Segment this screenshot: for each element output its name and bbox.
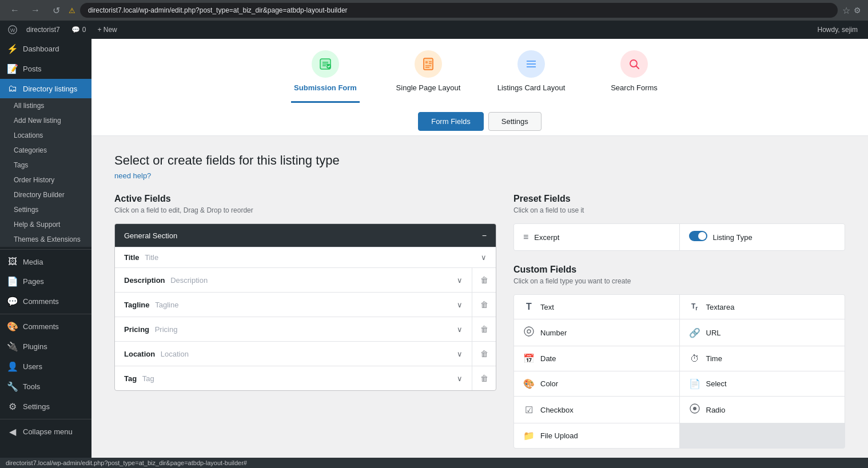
custom-item-url[interactable]: 🔗 URL <box>680 319 845 346</box>
extensions-icon[interactable]: ⚙ <box>854 6 861 15</box>
sidebar-label-comments: Comments <box>23 297 59 306</box>
field-tagline-content[interactable]: Tagline Tagline ∨ <box>115 295 472 315</box>
sidebar-item-appearance[interactable]: 🎨 Comments <box>0 317 91 337</box>
custom-item-textarea[interactable]: Tr Textarea <box>680 295 845 319</box>
sidebar-label-tools: Tools <box>23 382 40 391</box>
sidebar-item-settings[interactable]: ⚙ Settings <box>0 397 91 417</box>
custom-item-time[interactable]: ⏱ Time <box>680 346 845 371</box>
settings-icon: ⚙ <box>7 401 18 412</box>
pages-icon: 📄 <box>7 276 18 287</box>
sidebar-item-add-new-listing[interactable]: Add New listing <box>0 113 91 128</box>
field-row-location: Location Location ∨ 🗑 <box>115 341 496 366</box>
custom-item-radio[interactable]: Radio <box>680 397 845 423</box>
textarea-icon: Tr <box>689 302 700 311</box>
field-pricing-delete[interactable]: 🗑 <box>472 317 496 341</box>
main-content: Submission Form Single Page Layout Listi… <box>91 39 868 458</box>
sub-tab-form-fields[interactable]: Form Fields <box>418 112 484 131</box>
sub-tab-settings[interactable]: Settings <box>488 112 541 131</box>
sidebar-item-themes-extensions[interactable]: Themes & Extensions <box>0 232 91 247</box>
field-description-content[interactable]: Description Description ∨ <box>115 270 472 290</box>
field-location-placeholder: Location <box>161 350 189 358</box>
sidebar-label-order-history: Order History <box>14 176 54 184</box>
field-location-content[interactable]: Location Location ∨ <box>115 344 472 364</box>
custom-item-color[interactable]: 🎨 Color <box>514 371 679 396</box>
custom-item-number[interactable]: Number <box>514 319 679 346</box>
submission-form-label: Submission Form <box>294 83 357 92</box>
reload-button[interactable]: ↺ <box>48 2 64 18</box>
field-title-content[interactable]: Title Title ∨ <box>115 247 496 267</box>
admin-bar-comments[interactable]: 💬 0 <box>66 21 92 39</box>
custom-label-date: Date <box>540 354 556 363</box>
sidebar-item-pages[interactable]: 📄 Pages <box>0 271 91 291</box>
field-tagline-delete[interactable]: 🗑 <box>472 293 496 317</box>
preset-item-excerpt[interactable]: ≡ Excerpt <box>514 224 679 250</box>
sidebar-item-tools[interactable]: 🔧 Tools <box>0 377 91 397</box>
sidebar-item-order-history[interactable]: Order History <box>0 173 91 187</box>
sidebar-item-users[interactable]: 👤 Users <box>0 357 91 377</box>
tab-single-page-layout[interactable]: Single Page Layout <box>394 50 463 103</box>
field-row-description: Description Description ∨ 🗑 <box>115 267 496 292</box>
sidebar-item-directory-listings[interactable]: 🗂 Directory listings <box>0 79 91 98</box>
field-row-tag: Tag Tag ∨ 🗑 <box>115 366 496 390</box>
sidebar-item-help-support[interactable]: Help & Support <box>0 217 91 232</box>
field-description-chevron: ∨ <box>457 276 463 285</box>
two-col-layout: Active Fields Click on a field to edit, … <box>114 194 845 449</box>
svg-text:W: W <box>10 27 15 33</box>
directory-listings-icon: 🗂 <box>7 83 18 94</box>
custom-item-checkbox[interactable]: ☑ Checkbox <box>514 397 679 423</box>
sidebar-item-collapse-menu[interactable]: ◀ Collapse menu <box>0 422 91 442</box>
media-icon: 🖼 <box>7 257 18 267</box>
active-fields-subtitle: Click on a field to edit, Drag & Drop to… <box>114 206 496 214</box>
field-description-delete[interactable]: 🗑 <box>472 268 496 292</box>
custom-label-textarea: Textarea <box>706 303 735 311</box>
preset-fields-grid: ≡ Excerpt Listing Type <box>513 223 845 251</box>
forward-button[interactable]: → <box>27 2 43 18</box>
url-bar[interactable] <box>80 3 838 18</box>
sidebar-item-locations[interactable]: Locations <box>0 128 91 143</box>
custom-item-file-upload[interactable]: 📁 File Upload <box>514 423 679 448</box>
sidebar-item-dashboard[interactable]: ⚡ Dashboard <box>0 39 91 59</box>
file-upload-icon: 📁 <box>523 430 535 441</box>
sidebar-item-media[interactable]: 🖼 Media <box>0 252 91 271</box>
users-icon: 👤 <box>7 361 18 372</box>
search-forms-label: Search Forms <box>611 83 658 92</box>
sidebar-item-plugins[interactable]: 🔌 Plugins <box>0 337 91 357</box>
custom-item-date[interactable]: 📅 Date <box>514 346 679 371</box>
sidebar-item-categories[interactable]: Categories <box>0 143 91 158</box>
need-help-link[interactable]: need help? <box>114 171 845 180</box>
field-row-title: Title Title ∨ <box>115 247 496 267</box>
active-fields-title: Active Fields <box>114 194 496 204</box>
field-pricing-content[interactable]: Pricing Pricing ∨ <box>115 319 472 339</box>
sidebar-submenu-directory: All listings Add New listing Locations C… <box>0 98 91 247</box>
field-tag-content[interactable]: Tag Tag ∨ <box>115 369 472 389</box>
right-col: Preset Fields Click on a field to use it… <box>513 194 845 449</box>
tab-submission-form[interactable]: Submission Form <box>291 50 360 103</box>
field-row-pricing: Pricing Pricing ∨ 🗑 <box>115 317 496 341</box>
tab-search-forms[interactable]: Search Forms <box>600 50 668 103</box>
field-tag-label: Tag <box>124 374 137 383</box>
sidebar-label-categories: Categories <box>14 146 47 154</box>
preset-item-listing-type[interactable]: Listing Type <box>680 224 845 250</box>
sidebar-label-pages: Pages <box>23 277 44 286</box>
back-button[interactable]: ← <box>7 2 23 18</box>
admin-bar-site[interactable]: directorist7 <box>21 21 66 39</box>
field-tag-delete[interactable]: 🗑 <box>472 366 496 390</box>
custom-item-text[interactable]: T Text <box>514 295 679 319</box>
sidebar-item-directory-builder[interactable]: Directory Builder <box>0 187 91 202</box>
bookmark-icon[interactable]: ☆ <box>842 5 850 16</box>
preset-fields-title: Preset Fields <box>513 194 845 204</box>
wp-layout: ⚡ Dashboard 📝 Posts 🗂 Directory listings… <box>0 39 868 458</box>
sidebar-item-posts[interactable]: 📝 Posts <box>0 59 91 79</box>
field-location-delete[interactable]: 🗑 <box>472 342 496 366</box>
sidebar-item-comments[interactable]: 💬 Comments <box>0 291 91 311</box>
left-col: Active Fields Click on a field to edit, … <box>114 194 496 449</box>
tab-listings-card-layout[interactable]: Listings Card Layout <box>497 50 566 103</box>
admin-bar-new[interactable]: + New <box>91 21 122 39</box>
sidebar-item-all-listings[interactable]: All listings <box>0 98 91 113</box>
sidebar-item-settings-sub[interactable]: Settings <box>0 202 91 217</box>
custom-item-select[interactable]: 📄 Select <box>680 371 845 396</box>
sidebar-item-tags[interactable]: Tags <box>0 158 91 173</box>
sidebar: ⚡ Dashboard 📝 Posts 🗂 Directory listings… <box>0 39 91 458</box>
general-section-header[interactable]: General Section − <box>115 224 496 247</box>
wp-logo[interactable]: W <box>5 22 21 38</box>
